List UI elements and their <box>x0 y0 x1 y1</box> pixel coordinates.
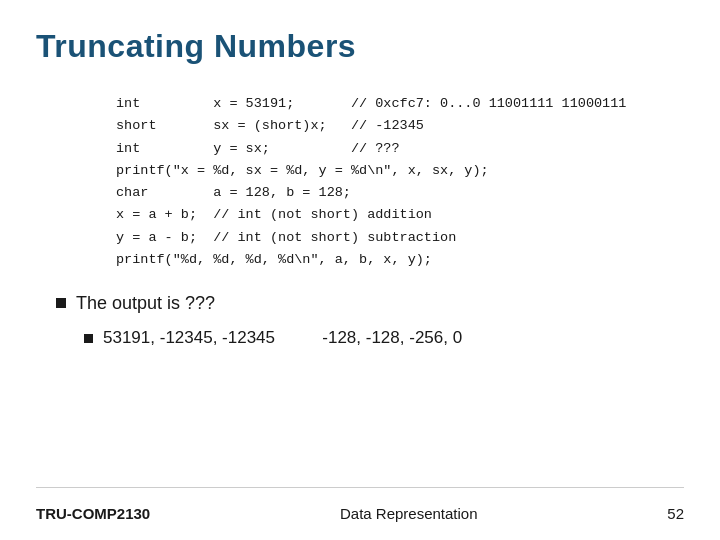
code-block: int x = 53191; // 0xcfc7: 0...0 11001111… <box>46 93 684 271</box>
code-line-6: x = a + b; // int (not short) addition <box>116 204 684 226</box>
code-line-5: char a = 128, b = 128; <box>116 182 684 204</box>
footer-page: 52 <box>667 505 684 522</box>
sub-bullet-icon <box>84 334 93 343</box>
code-line-4: printf("x = %d, sx = %d, y = %d\n", x, s… <box>116 160 684 182</box>
slide: Truncating Numbers int x = 53191; // 0xc… <box>0 0 720 540</box>
code-line-1: int x = 53191; // 0xcfc7: 0...0 11001111… <box>116 93 684 115</box>
slide-title: Truncating Numbers <box>36 28 684 65</box>
bullet-icon <box>56 298 66 308</box>
code-line-2: short sx = (short)x; // -12345 <box>116 115 684 137</box>
code-line-3: int y = sx; // ??? <box>116 138 684 160</box>
footer-divider <box>36 487 684 488</box>
sub-bullet-text: 53191, -12345, -12345 -128, -128, -256, … <box>103 328 462 348</box>
content-area: int x = 53191; // 0xcfc7: 0...0 11001111… <box>36 93 684 348</box>
code-line-7: y = a - b; // int (not short) subtractio… <box>116 227 684 249</box>
footer-topic: Data Representation <box>340 505 478 522</box>
footer-course: TRU-COMP2130 <box>36 505 150 522</box>
sub-bullet-section: 53191, -12345, -12345 -128, -128, -256, … <box>46 328 684 348</box>
code-line-8: printf("%d, %d, %d, %d\n", a, b, x, y); <box>116 249 684 271</box>
footer: TRU-COMP2130 Data Representation 52 <box>36 505 684 522</box>
bullet-section: The output is ??? <box>46 293 684 314</box>
bullet-text: The output is ??? <box>76 293 215 314</box>
